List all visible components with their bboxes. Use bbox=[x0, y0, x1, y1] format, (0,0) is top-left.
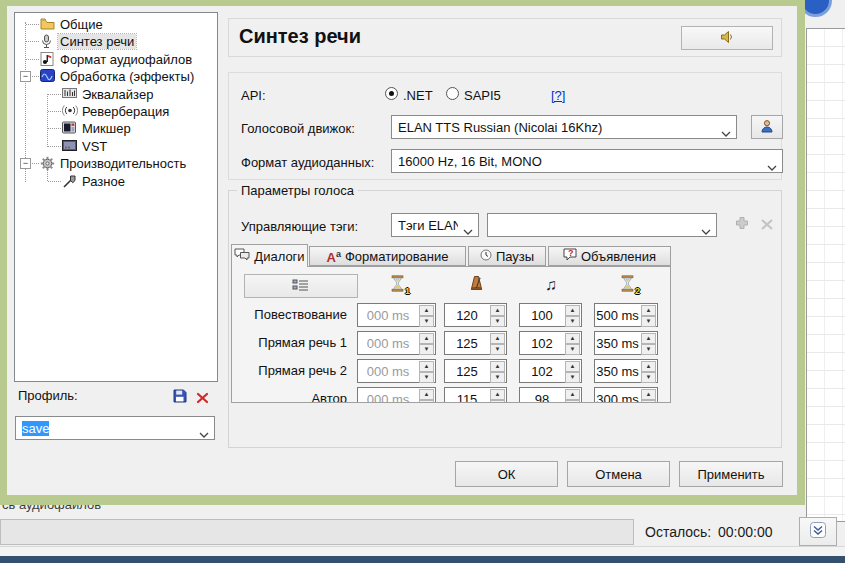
mixer-icon bbox=[62, 121, 78, 136]
tab-announcements[interactable]: ? Объявления bbox=[548, 246, 671, 266]
radio-dotnet[interactable] bbox=[385, 87, 398, 100]
tab-pauses[interactable]: Паузы bbox=[468, 246, 546, 266]
tree-item-equalizer[interactable]: Эквалайзер bbox=[15, 86, 217, 103]
tree-item-reverberation[interactable]: Реверберация bbox=[15, 103, 217, 120]
spinner-arrows[interactable]: ▲▼ bbox=[419, 305, 434, 325]
effects-icon bbox=[40, 69, 56, 84]
tree-item-label: Микшер bbox=[82, 121, 131, 136]
collapse-toggle-icon[interactable]: − bbox=[20, 158, 31, 169]
voice-params-group: Параметры голоса Управляющие тэги: Тэги … bbox=[228, 190, 782, 448]
tree-item-effects[interactable]: − Обработка (эффекты) bbox=[15, 68, 217, 85]
collapse-toggle-icon[interactable]: − bbox=[20, 71, 31, 82]
spinner-arrows[interactable]: ▲▼ bbox=[490, 305, 505, 325]
tab-label: Объявления bbox=[581, 249, 656, 264]
voice-engine-label: Голосовой движок: bbox=[241, 121, 355, 136]
spin-pause-before[interactable]: 000 ms▲▼ bbox=[357, 387, 436, 403]
tree-item-misc[interactable]: Разное bbox=[15, 173, 217, 190]
tree-item-label: Синтез речи bbox=[58, 34, 136, 49]
custom-tag-combo[interactable] bbox=[487, 213, 717, 237]
tree-item-label: Эквалайзер bbox=[82, 87, 153, 102]
tags-combo[interactable]: Тэги ELAN bbox=[391, 213, 479, 237]
apply-button[interactable]: Применить bbox=[679, 461, 783, 487]
spinner-arrows[interactable]: ▲▼ bbox=[565, 305, 580, 325]
spin-pause-before[interactable]: 000 ms▲▼ bbox=[357, 359, 436, 383]
voice-properties-button[interactable] bbox=[751, 115, 783, 139]
tree-item-general[interactable]: Общие bbox=[15, 16, 217, 33]
spinner-arrows[interactable]: ▲▼ bbox=[641, 333, 656, 353]
tree-item-audio-file-format[interactable]: Формат аудиофайлов bbox=[15, 51, 217, 68]
profile-combo[interactable]: save bbox=[15, 416, 215, 440]
engine-section: API: .NET SAPI5 [?] Голосовой движок: EL… bbox=[228, 72, 782, 180]
spin-rate[interactable]: 125▲▼ bbox=[444, 331, 507, 355]
test-voice-button[interactable] bbox=[681, 26, 773, 50]
spinner-arrows[interactable]: ▲▼ bbox=[419, 389, 434, 403]
spin-pause-after[interactable]: 500 ms▲▼ bbox=[594, 303, 658, 327]
row-label: Автор bbox=[232, 391, 347, 403]
ok-button[interactable]: ОК bbox=[455, 461, 558, 487]
tags-combo-value: Тэги ELAN bbox=[398, 218, 458, 233]
api-help-link[interactable]: [?] bbox=[551, 88, 565, 103]
collapse-button[interactable] bbox=[799, 517, 837, 546]
tab-dialogs[interactable]: Диалоги bbox=[231, 244, 308, 267]
tree-item-performance[interactable]: − Производительность bbox=[15, 155, 217, 172]
spinner-arrows[interactable]: ▲▼ bbox=[641, 361, 656, 381]
progress-bar bbox=[0, 519, 634, 545]
voice-engine-value: ELAN TTS Russian (Nicolai 16Khz) bbox=[398, 120, 716, 135]
spinner-arrows[interactable]: ▲▼ bbox=[490, 333, 505, 353]
speaker-icon bbox=[719, 30, 735, 47]
spinner-arrows[interactable]: ▲▼ bbox=[641, 305, 656, 325]
tree-item-label: Формат аудиофайлов bbox=[60, 52, 192, 67]
spin-pitch[interactable]: 102▲▼ bbox=[519, 359, 582, 383]
spinner-arrows[interactable]: ▲▼ bbox=[490, 389, 505, 403]
radio-sapi5-label: SAPI5 bbox=[464, 88, 501, 103]
row-settings-button[interactable] bbox=[244, 274, 358, 298]
pitch-notes-icon: ♫ bbox=[540, 275, 562, 295]
spin-pause-before[interactable]: 000 ms▲▼ bbox=[357, 303, 436, 327]
tree-item-speech-synthesis[interactable]: Синтез речи bbox=[15, 33, 217, 50]
spin-rate[interactable]: 120▲▼ bbox=[444, 303, 507, 327]
spin-pause-before[interactable]: 000 ms▲▼ bbox=[357, 331, 436, 355]
spinner-arrows[interactable]: ▲▼ bbox=[490, 361, 505, 381]
spin-pause-after[interactable]: 300 ms▲▼ bbox=[594, 387, 658, 403]
row-label: Повествование bbox=[232, 307, 347, 322]
group-legend: Параметры голоса bbox=[237, 183, 358, 198]
spin-pitch[interactable]: 102▲▼ bbox=[519, 331, 582, 355]
remove-tag-icon[interactable] bbox=[760, 217, 778, 235]
audio-format-combo[interactable]: 16000 Hz, 16 Bit, MONO bbox=[391, 149, 783, 173]
remaining-label: Осталось: bbox=[645, 524, 711, 540]
spinner-arrows[interactable]: ▲▼ bbox=[565, 389, 580, 403]
radio-dotnet-label: .NET bbox=[403, 88, 433, 103]
spin-pause-after[interactable]: 350 ms▲▼ bbox=[594, 359, 658, 383]
clock-icon bbox=[480, 249, 492, 264]
spinner-arrows[interactable]: ▲▼ bbox=[419, 361, 434, 381]
page-header: Синтез речи bbox=[228, 18, 782, 57]
voice-engine-combo[interactable]: ELAN TTS Russian (Nicolai 16Khz) bbox=[391, 115, 737, 139]
spinner-arrows[interactable]: ▲▼ bbox=[565, 361, 580, 381]
tree-item-label: Реверберация bbox=[82, 104, 169, 119]
remaining-time: 00:00:00 bbox=[718, 524, 773, 540]
page-title: Синтез речи bbox=[239, 25, 361, 48]
tab-formatting[interactable]: Aa Форматирование bbox=[309, 246, 466, 266]
row-label: Прямая речь 1 bbox=[232, 335, 347, 350]
spin-pause-after[interactable]: 350 ms▲▼ bbox=[594, 331, 658, 355]
spin-pitch[interactable]: 100▲▼ bbox=[519, 303, 582, 327]
add-tag-icon[interactable] bbox=[734, 215, 752, 233]
spinner-arrows[interactable]: ▲▼ bbox=[565, 333, 580, 353]
delete-profile-icon[interactable] bbox=[196, 390, 211, 405]
cancel-button[interactable]: Отмена bbox=[567, 461, 670, 487]
spin-rate[interactable]: 125▲▼ bbox=[444, 359, 507, 383]
spinner-arrows[interactable]: ▲▼ bbox=[419, 333, 434, 353]
spin-pitch[interactable]: 98▲▼ bbox=[519, 387, 582, 403]
tree-item-label: VST bbox=[82, 139, 107, 154]
tree-item-mixer[interactable]: Микшер bbox=[15, 120, 217, 137]
spin-rate[interactable]: 115▲▼ bbox=[444, 387, 507, 403]
tab-label: Диалоги bbox=[254, 249, 304, 264]
save-profile-icon[interactable] bbox=[173, 389, 188, 404]
chevron-down-icon bbox=[199, 426, 209, 432]
gear-icon bbox=[40, 156, 56, 171]
radio-sapi5[interactable] bbox=[446, 87, 459, 100]
tree-item-vst[interactable]: VST bbox=[15, 138, 217, 155]
chevron-down-icon bbox=[463, 223, 473, 229]
dialogs-icon bbox=[234, 248, 250, 264]
spinner-arrows[interactable]: ▲▼ bbox=[641, 389, 656, 403]
